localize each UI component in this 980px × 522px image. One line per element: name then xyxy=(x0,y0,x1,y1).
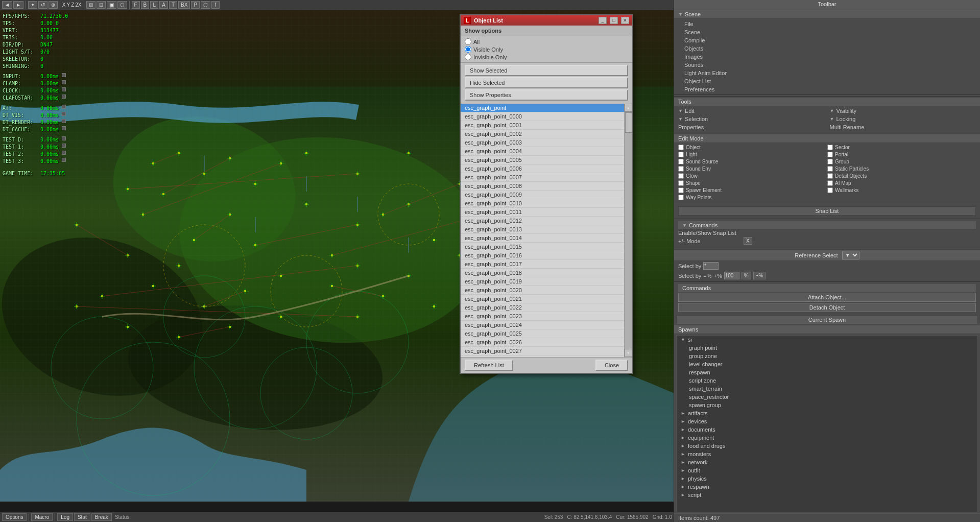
object-list-item[interactable]: esc_graph_point xyxy=(461,104,624,112)
tree-documents[interactable]: ► documents xyxy=(677,425,977,434)
hud-btn-move[interactable]: ✦ xyxy=(28,1,37,9)
tools-locking[interactable]: ▼ Locking xyxy=(828,115,978,123)
hud-btn-a[interactable]: A xyxy=(159,1,168,9)
mode-light-checkbox[interactable] xyxy=(678,152,684,157)
show-selected-button[interactable]: Show Selected xyxy=(465,65,628,76)
select-plus-btn[interactable]: +% xyxy=(753,272,766,279)
hud-btn-b[interactable]: B xyxy=(141,1,150,9)
mode-ai-map[interactable]: AI Map xyxy=(827,180,976,186)
object-list-item[interactable]: esc_graph_point_0020 xyxy=(461,286,624,295)
hide-selected-button[interactable]: Hide Selected xyxy=(465,77,628,88)
tree-respawn[interactable]: respawn xyxy=(677,368,977,376)
menu-scene[interactable]: Scene xyxy=(676,28,978,36)
mode-shape[interactable]: Shape xyxy=(678,180,827,186)
menu-objects[interactable]: Objects xyxy=(676,44,978,53)
tree-script[interactable]: ► script xyxy=(677,491,977,499)
hud-btn-l[interactable]: L xyxy=(150,1,158,9)
object-list-item[interactable]: esc_graph_point_0004 xyxy=(461,147,624,156)
spawns-tree[interactable]: ▼ si graph point group zone level change… xyxy=(676,335,978,512)
mode-light[interactable]: Light xyxy=(678,151,827,158)
mode-way-points-checkbox[interactable] xyxy=(678,195,684,200)
detach-object-button[interactable]: Detach Object xyxy=(678,303,976,312)
select-by-input-1[interactable] xyxy=(703,262,719,270)
mode-glow-checkbox[interactable] xyxy=(678,173,684,179)
hud-btn-snap[interactable]: ⊞ xyxy=(86,1,95,9)
tree-physics[interactable]: ► physics xyxy=(677,474,977,483)
menu-sounds[interactable]: Sounds xyxy=(676,61,978,69)
options-button[interactable]: Options xyxy=(2,513,27,521)
scroll-down-arrow[interactable]: ▼ xyxy=(625,349,633,357)
hud-btn-t[interactable]: T xyxy=(169,1,177,9)
object-list-item[interactable]: esc_graph_point_0007 xyxy=(461,173,624,182)
tree-space-restrictor[interactable]: space_restrictor xyxy=(677,393,977,401)
select-by-num-input[interactable] xyxy=(724,272,739,279)
tree-food-drugs[interactable]: ► food and drugs xyxy=(677,442,977,450)
hud-btn-grid[interactable]: ⊟ xyxy=(97,1,106,9)
radio-invisible-only[interactable]: Invisible Only xyxy=(465,54,628,60)
radio-visible-input[interactable] xyxy=(465,46,471,53)
object-list-item[interactable]: esc_graph_point_0026 xyxy=(461,338,624,347)
object-list-items[interactable]: esc_graph_pointesc_graph_point_0000esc_g… xyxy=(461,104,624,357)
dialog-minimize-button[interactable]: _ xyxy=(599,17,607,24)
mode-static-particles[interactable]: Static Particles xyxy=(827,165,976,172)
mode-wallmarks-checkbox[interactable] xyxy=(827,187,833,193)
mode-portal-checkbox[interactable] xyxy=(827,152,833,157)
close-dialog-button[interactable]: Close xyxy=(595,360,628,371)
mode-group[interactable]: Group xyxy=(827,158,976,165)
break-button[interactable]: Break xyxy=(91,513,112,521)
object-list-item[interactable]: esc_graph_point_0002 xyxy=(461,130,624,138)
hud-btn-bx[interactable]: BX xyxy=(178,1,190,9)
object-list-item[interactable]: esc_graph_point_0016 xyxy=(461,251,624,260)
hud-btn-select[interactable]: ▣ xyxy=(107,1,116,9)
mode-detail-objects[interactable]: Detail Objects xyxy=(827,173,976,179)
stat-button[interactable]: Stat xyxy=(74,513,90,521)
mode-x-button[interactable]: X xyxy=(744,237,752,245)
object-list-item[interactable]: esc_graph_point_0017 xyxy=(461,260,624,269)
attach-object-button[interactable]: Attach Object... xyxy=(678,293,976,302)
mode-wallmarks[interactable]: Wallmarks xyxy=(827,187,976,194)
scroll-track[interactable] xyxy=(625,112,632,349)
menu-object-list[interactable]: Object List xyxy=(676,77,978,85)
mode-object[interactable]: Object xyxy=(678,144,827,151)
hud-btn-scale[interactable]: ⊕ xyxy=(49,1,58,9)
mode-detail-objects-checkbox[interactable] xyxy=(827,173,833,179)
hud-btn-back[interactable]: ◄ xyxy=(2,1,12,9)
dialog-close-button[interactable]: ✕ xyxy=(621,17,629,24)
tree-devices[interactable]: ► devices xyxy=(677,417,977,425)
macro-button[interactable]: Macro xyxy=(31,513,53,521)
scene-section-header[interactable]: ▼ Scene xyxy=(674,10,980,19)
dialog-maximize-button[interactable]: □ xyxy=(610,17,618,24)
tools-selection[interactable]: ▼ Selection xyxy=(676,115,827,123)
tree-equipment[interactable]: ► equipment xyxy=(677,434,977,442)
dialog-titlebar[interactable]: L Object List _ □ ✕ xyxy=(461,15,632,26)
hud-btn-forward[interactable]: ► xyxy=(13,1,23,9)
object-list-item[interactable]: esc_graph_point_0019 xyxy=(461,277,624,286)
object-list-item[interactable]: esc_graph_point_0027 xyxy=(461,347,624,355)
object-list-item[interactable]: esc_graph_point_0010 xyxy=(461,199,624,208)
radio-invisible-input[interactable] xyxy=(465,54,471,60)
scroll-up-arrow[interactable]: ▲ xyxy=(625,104,633,112)
mode-sector[interactable]: Sector xyxy=(827,144,976,151)
hud-btn-f2[interactable]: f xyxy=(211,1,220,9)
mode-sound-env[interactable]: Sound Env xyxy=(678,165,827,172)
object-list-item[interactable]: esc_graph_point_0008 xyxy=(461,182,624,191)
object-list-item[interactable]: esc_graph_point_0000 xyxy=(461,112,624,121)
object-list-item[interactable]: esc_graph_point_0018 xyxy=(461,269,624,277)
select-percent-btn[interactable]: % xyxy=(742,272,751,279)
object-list-item[interactable]: esc_graph_point_0011 xyxy=(461,208,624,217)
object-list-item[interactable]: esc_graph_point_0024 xyxy=(461,321,624,329)
menu-images[interactable]: Images xyxy=(676,53,978,61)
refresh-list-button[interactable]: Refresh List xyxy=(465,360,513,371)
object-list-item[interactable]: esc_graph_point_0025 xyxy=(461,329,624,338)
mode-portal[interactable]: Portal xyxy=(827,151,976,158)
tree-monsters[interactable]: ► monsters xyxy=(677,450,977,458)
tree-level-changer[interactable]: level changer xyxy=(677,360,977,368)
menu-light-anim[interactable]: Light Anim Editor xyxy=(676,69,978,77)
tools-edit[interactable]: ▼ Edit xyxy=(676,107,827,114)
hud-btn-terrain[interactable]: ⬡ xyxy=(117,1,127,9)
mode-sound-source-checkbox[interactable] xyxy=(678,159,684,164)
mode-static-particles-checkbox[interactable] xyxy=(827,166,833,172)
object-list-item[interactable]: esc_graph_point_0003 xyxy=(461,138,624,147)
scroll-thumb[interactable] xyxy=(625,112,632,133)
radio-visible-only[interactable]: Visible Only xyxy=(465,46,628,53)
